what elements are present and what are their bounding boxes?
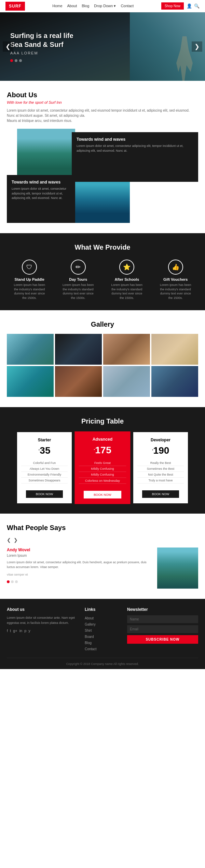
hero-dot-1[interactable] [10, 59, 13, 62]
starter-features: Colorful and Fun Always Let You Down Env… [21, 460, 68, 483]
gallery-item-6[interactable] [55, 366, 102, 397]
pricing-advanced: Advanced .175 Feels Great Mildly Confusi… [74, 431, 130, 504]
testimonial-prev-button[interactable]: ❮ [7, 537, 11, 543]
day-tours-desc: Lorem ipsum has been the industry's stan… [61, 283, 95, 300]
nav-blog[interactable]: Blog [82, 4, 89, 8]
starter-price: .35 [21, 445, 68, 456]
service-after-schools: ⭐ After Schools Lorem ipsum has been the… [110, 260, 144, 300]
about-row2: Towards wind and waves Lorem ipsum dolor… [7, 175, 198, 223]
advanced-features: Feels Great Mildly Confusing Mildly Conf… [79, 460, 126, 484]
gift-vouchers-desc: Lorem ipsum has been the industry's stan… [159, 283, 193, 300]
footer-link-about[interactable]: About [85, 615, 120, 621]
nav-about[interactable]: About [67, 4, 77, 8]
footer-about-text: Lorem ipsum dolor sit consectetur ante. … [7, 615, 78, 625]
about-section: About Us With love for the sport of Surf… [0, 81, 205, 233]
paddle-name: Stand Up Paddle [12, 277, 46, 281]
starter-feat-4: Sometimes Disappears [21, 478, 68, 483]
service-day-tours: ✏ Day Tours Lorem ipsum has been the ind… [61, 260, 95, 300]
social-google-icon[interactable]: g+ [13, 629, 17, 633]
pricing-starter: Starter .35 Colorful and Fun Always Let … [17, 432, 72, 503]
testimonials-section: What People Says ❮ ❯ Andy Wovel Lorem Ip… [0, 514, 205, 599]
services-grid: 🛡 Stand Up Paddle Lorem ipsum has been t… [7, 260, 198, 300]
testimonial-navigation: ❮ ❯ [7, 537, 198, 543]
gallery-item-3[interactable] [103, 334, 150, 365]
social-facebook-icon[interactable]: f [7, 629, 8, 633]
search-icon[interactable]: 🔍 [194, 3, 200, 9]
social-linkedin-icon[interactable]: in [19, 629, 23, 633]
pricing-title: Pricing Table [7, 417, 198, 425]
hero-subtitle: AAA LOREM [10, 51, 73, 55]
testimonial-dot-3[interactable] [15, 580, 18, 583]
hero-dot-3[interactable] [19, 59, 22, 62]
nav-links: Home About Blog Drop Down Contact [52, 4, 134, 8]
gallery-item-7[interactable] [103, 366, 150, 397]
testimonials-title: What People Says [7, 524, 198, 532]
day-tours-name: Day Tours [61, 277, 95, 281]
testimonial-next-button[interactable]: ❯ [14, 537, 18, 543]
developer-price: .190 [137, 445, 184, 456]
services-title: What We Provide [7, 243, 198, 251]
hero-dots [10, 59, 73, 62]
social-youtube-icon[interactable]: y [28, 629, 30, 633]
advanced-feat-4: Colorless on Wednesday [79, 478, 126, 484]
nav-right: Shop Now 👤 🔍 [161, 2, 200, 10]
nav-dropdown[interactable]: Drop Down [94, 4, 116, 8]
hero-title: Surfing is a real lifeSea Sand & Surf [10, 31, 73, 49]
hero-next-button[interactable]: ❯ [192, 41, 202, 52]
footer-link-shirt[interactable]: Shirt [85, 628, 120, 634]
gallery-item-8[interactable] [151, 366, 198, 397]
newsletter-email-input[interactable] [127, 625, 198, 633]
about-body: Lorem ipsum dolor sit amet, consectetur … [7, 108, 198, 123]
developer-book-button[interactable]: BOOK NOW [142, 490, 179, 498]
about-image-top [17, 129, 75, 178]
shop-now-button[interactable]: Shop Now [161, 2, 184, 10]
user-icon[interactable]: 👤 [187, 3, 192, 9]
paddle-icon: 🛡 [22, 260, 37, 275]
pricing-grid: Starter .35 Colorful and Fun Always Let … [7, 432, 198, 503]
starter-book-button[interactable]: BOOK NOW [26, 490, 63, 498]
footer-link-board[interactable]: Board [85, 634, 120, 640]
gallery-title: Gallery [7, 320, 198, 328]
footer: About us Lorem ipsum dolor sit consectet… [0, 599, 205, 669]
day-tours-icon: ✏ [71, 260, 86, 275]
testimonial-dot-2[interactable] [11, 580, 14, 583]
service-paddle: 🛡 Stand Up Paddle Lorem ipsum has been t… [12, 260, 46, 300]
developer-name: Developer [137, 438, 184, 442]
about-image-bottom [72, 175, 130, 223]
hero-dot-2[interactable] [15, 59, 17, 62]
gift-vouchers-name: Gift Vouchers [159, 277, 193, 281]
gallery-item-5[interactable] [7, 366, 54, 397]
gallery-item-1[interactable] [7, 334, 54, 365]
nav-logo[interactable]: SURF [5, 2, 25, 11]
nav-contact[interactable]: Contact [121, 4, 134, 8]
testimonial-author: Andy Wovel [7, 548, 152, 552]
advanced-feat-3: Mildly Confusing [79, 472, 126, 478]
starter-feat-1: Colorful and Fun [21, 460, 68, 466]
testimonial-text: Lorem ipsum dolor sit amet, consectetur … [7, 560, 152, 569]
gallery-item-4[interactable] [151, 334, 198, 365]
gift-vouchers-icon: 👍 [168, 260, 183, 275]
footer-link-contact[interactable]: Contact [85, 646, 120, 652]
advanced-book-button[interactable]: BOOK NOW [84, 491, 122, 499]
social-twitter-icon[interactable]: t [10, 629, 11, 633]
footer-link-gallery[interactable]: Gallery [85, 621, 120, 628]
hero-prev-button[interactable]: ❮ [3, 41, 13, 52]
starter-name: Starter [21, 438, 68, 442]
newsletter-name-input[interactable] [127, 615, 198, 623]
after-schools-icon: ⭐ [119, 260, 134, 275]
starter-feat-2: Always Let You Down [21, 466, 68, 472]
nav-home[interactable]: Home [52, 4, 62, 8]
testimonial-layout: Andy Wovel Lorem Ipsum Lorem ipsum dolor… [7, 548, 198, 589]
developer-features: Really the Best Sometimes the Best Not Q… [137, 460, 184, 483]
testimonial-dot-1[interactable] [7, 580, 10, 583]
footer-link-blog[interactable]: Blog [85, 640, 120, 646]
social-pinterest-icon[interactable]: p [24, 629, 26, 633]
about-card2-text: Lorem ipsum dolor sit amet, consectetur … [12, 187, 70, 201]
footer-links-title: Links [85, 607, 120, 612]
footer-copyright: Copyright © 2018 Company name All rights… [7, 658, 198, 666]
navbar: SURF Home About Blog Drop Down Contact S… [0, 0, 205, 12]
gallery-item-2[interactable] [55, 334, 102, 365]
starter-feat-3: Environmentally Friendly [21, 472, 68, 478]
subscribe-button[interactable]: SUBSCRIBE NOW [127, 635, 198, 644]
developer-feat-1: Really the Best [137, 460, 184, 466]
